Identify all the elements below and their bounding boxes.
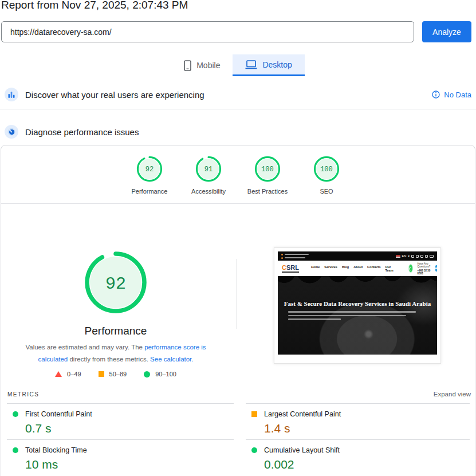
real-users-chart-icon <box>5 88 18 101</box>
metric-value: 10 ms <box>25 458 234 471</box>
preview-hero-paragraph <box>288 311 427 320</box>
preview-cta-text: Have Any Questions? +966 52 50 0503 <box>418 262 431 275</box>
metric-value: 0.002 <box>264 458 470 471</box>
metric-value: 1.4 s <box>264 422 470 435</box>
accessibility-gauge-arc: 91 <box>194 155 223 183</box>
metric-cumulative-layout-shift: Cumulative Layout Shift 0.002 <box>246 439 470 476</box>
tab-mobile[interactable]: Mobile <box>171 54 233 76</box>
performance-section-heading: Performance <box>1 325 230 337</box>
metric-total-blocking-time: Total Blocking Time 10 ms <box>7 439 234 476</box>
gauge-accessibility[interactable]: 91 Accessibility <box>181 155 236 203</box>
preview-hero-title: Fast & Secure Data Recovery Services in … <box>278 300 437 307</box>
preview-flag-icon <box>396 255 400 258</box>
preview-nav-menu: HomeServicesBlogAboutContactsOur Team <box>311 265 394 272</box>
tab-desktop-label: Desktop <box>262 60 292 69</box>
metric-largest-contentful-paint: Largest Contentful Paint 1.4 s <box>246 403 470 439</box>
preview-nav-item: Services <box>324 265 337 272</box>
fail-triangle-icon <box>55 371 62 377</box>
disclaimer-text-2: directly from these metrics. <box>68 356 150 363</box>
info-icon <box>432 91 440 99</box>
url-input[interactable] <box>1 21 414 42</box>
preview-topbar: EN ▾ <box>278 251 437 261</box>
preview-contact-info <box>281 254 309 259</box>
performance-score-gauge: 92 <box>83 250 148 317</box>
device-tabs: Mobile Desktop <box>0 54 476 76</box>
gauge-performance[interactable]: 92 Performance <box>122 155 177 203</box>
preview-social-icon <box>420 255 423 258</box>
category-gauges-row: 92 Performance 91 Accessibility 100 Bes <box>1 145 475 204</box>
metric-status-icon <box>13 447 18 453</box>
metrics-heading: METRICS <box>7 391 40 398</box>
gauge-best-practices-label: Best Practices <box>247 188 288 195</box>
preview-nav-item: Contacts <box>367 265 381 272</box>
field-data-title: Discover what your real users are experi… <box>25 90 204 100</box>
preview-social-icon <box>416 255 419 258</box>
preview-logo: CSRL <box>282 265 299 273</box>
preview-nav-item: Home <box>311 265 320 272</box>
preview-cta-button <box>435 265 437 272</box>
preview-social-icon <box>411 255 414 258</box>
lab-data-section-header: Diagnose performance issues <box>0 123 476 140</box>
preview-hero: Fast & Secure Data Recovery Services in … <box>278 276 437 355</box>
preview-social-icon <box>430 255 434 258</box>
preview-nav-item: About <box>353 265 363 272</box>
diagnose-speedometer-icon <box>5 125 18 139</box>
svg-text:100: 100 <box>261 166 274 174</box>
svg-text:100: 100 <box>320 166 333 174</box>
site-preview: EN ▾ CSRL HomeServicesBlogAboutContac <box>278 251 437 360</box>
lighthouse-report-card: 92 Performance 91 Accessibility 100 Bes <box>1 145 475 476</box>
summary-vertical-divider <box>237 259 237 329</box>
final-screenshot-thumbnail: EN ▾ CSRL HomeServicesBlogAboutContac <box>274 247 441 364</box>
see-calculator-link[interactable]: See calculator. <box>150 356 193 363</box>
analyze-button[interactable]: Analyze <box>422 21 471 42</box>
legend-fail-range: 0–49 <box>67 371 81 377</box>
expand-view-button[interactable]: Expand view <box>434 391 471 398</box>
gauge-best-practices[interactable]: 100 Best Practices <box>240 155 295 203</box>
preview-whatsapp-icon <box>408 264 413 273</box>
preview-lang-caret: ▾ <box>408 254 410 258</box>
score-disclaimer: Values are estimated and may vary. The p… <box>14 341 218 366</box>
page-title: Report from Nov 27, 2025, 2:07:43 PM <box>1 0 188 11</box>
legend-pass-range: 90–100 <box>155 371 176 377</box>
score-legend: 0–49 50–89 90–100 <box>1 371 230 377</box>
tab-mobile-label: Mobile <box>196 61 220 70</box>
legend-fail: 0–49 <box>55 371 81 377</box>
average-square-icon <box>99 371 104 377</box>
legend-average-range: 50–89 <box>109 371 127 377</box>
gauge-accessibility-label: Accessibility <box>191 188 226 195</box>
metric-status-icon <box>13 411 18 417</box>
lab-data-title: Diagnose performance issues <box>25 127 139 137</box>
pagespeed-report: Report from Nov 27, 2025, 2:07:43 PM Ana… <box>0 0 476 476</box>
metric-value: 0.7 s <box>25 422 234 435</box>
disclaimer-text-1: Values are estimated and may vary. The <box>25 344 144 351</box>
metric-status-icon <box>251 411 257 417</box>
preview-footer-strip <box>278 355 437 360</box>
desktop-laptop-icon <box>245 60 257 69</box>
preview-nav-item: Blog <box>342 265 349 272</box>
seo-gauge-arc: 100 <box>312 155 341 183</box>
preview-nav-item: Our Team <box>385 265 394 272</box>
tab-desktop[interactable]: Desktop <box>233 54 304 76</box>
metric-status-icon <box>251 447 257 453</box>
legend-pass: 90–100 <box>144 371 176 377</box>
svg-text:91: 91 <box>204 166 213 174</box>
best-practices-gauge-arc: 100 <box>253 155 282 183</box>
field-data-section-header: Discover what your real users are experi… <box>0 86 476 103</box>
no-data-link[interactable]: No Data <box>432 91 471 99</box>
svg-text:92: 92 <box>105 274 126 294</box>
gauge-seo-label: SEO <box>320 188 333 195</box>
svg-text:92: 92 <box>145 166 154 174</box>
gauge-performance-label: Performance <box>132 188 168 195</box>
mobile-phone-icon <box>184 60 191 71</box>
performance-gauge-arc: 92 <box>135 155 164 183</box>
preview-social-icon <box>425 255 428 258</box>
legend-average: 50–89 <box>99 371 127 377</box>
no-data-label: No Data <box>444 91 471 99</box>
preview-navbar: CSRL HomeServicesBlogAboutContactsOur Te… <box>278 261 437 276</box>
preview-language-selector: EN <box>402 254 407 258</box>
section-divider <box>0 109 476 109</box>
metric-first-contentful-paint: First Contentful Paint 0.7 s <box>7 403 234 439</box>
gauge-seo[interactable]: 100 SEO <box>299 155 354 203</box>
pass-circle-icon <box>144 371 150 377</box>
